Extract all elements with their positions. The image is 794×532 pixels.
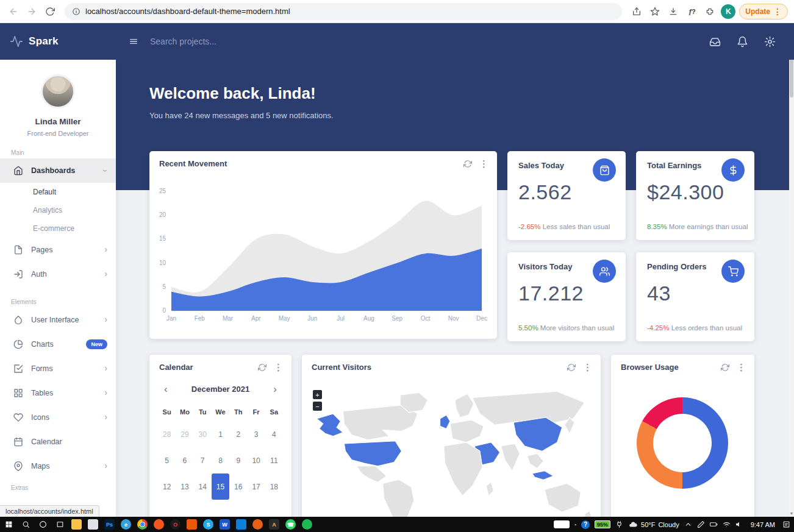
address-bar[interactable]: localhost/accounts/dashboard-default-the… xyxy=(65,3,622,20)
scroll-down-arrow[interactable]: ▼ xyxy=(789,511,794,517)
battery-icon[interactable] xyxy=(710,520,718,528)
map-zoom-out-button[interactable]: − xyxy=(313,402,322,411)
refresh-icon[interactable] xyxy=(567,363,576,372)
kebab-menu-icon[interactable]: ⋮ xyxy=(737,363,746,372)
page-scrollbar[interactable]: ▲ ▼ xyxy=(789,23,794,517)
taskbar-search-icon[interactable] xyxy=(17,517,34,532)
tray-chevron-icon[interactable] xyxy=(684,520,692,528)
office-app-icon[interactable] xyxy=(187,519,197,530)
reload-button[interactable] xyxy=(43,4,57,19)
calendar-day[interactable]: 5 xyxy=(158,447,176,473)
whatsapp-icon[interactable]: ☎ xyxy=(285,519,296,530)
inbox-icon[interactable] xyxy=(709,36,721,48)
wifi-icon[interactable] xyxy=(723,520,731,528)
browser-profile-avatar[interactable]: K xyxy=(721,4,735,19)
user-avatar[interactable] xyxy=(41,74,75,108)
browser-menu-icon[interactable]: ⋮ xyxy=(773,7,782,16)
edge-browser-icon[interactable]: e xyxy=(121,519,131,530)
kebab-menu-icon[interactable]: ⋮ xyxy=(479,160,488,168)
taskbar-clock[interactable]: 9:47 AM xyxy=(751,521,775,528)
info-icon[interactable] xyxy=(72,7,80,16)
brave-browser-icon[interactable] xyxy=(154,519,164,530)
chrome-browser-icon[interactable] xyxy=(137,519,148,530)
skype-icon[interactable]: S xyxy=(203,519,213,530)
sidebar-item-user-interface[interactable]: User Interface› xyxy=(0,308,116,332)
sidebar-item-auth[interactable]: Auth› xyxy=(0,262,116,286)
calendar-day[interactable]: 18 xyxy=(265,473,283,500)
share-icon[interactable] xyxy=(629,4,644,19)
start-button[interactable] xyxy=(0,517,17,532)
calendar-day[interactable]: 29 xyxy=(176,421,193,447)
opera-browser-icon[interactable]: O xyxy=(170,519,181,530)
firefox-browser-icon[interactable] xyxy=(252,519,263,530)
calendar-day[interactable]: 30 xyxy=(194,421,212,447)
sidebar-item-maps[interactable]: Maps› xyxy=(0,454,116,478)
plug-icon[interactable] xyxy=(615,520,623,528)
task-view-icon[interactable] xyxy=(51,517,68,532)
calendar-day-selected[interactable]: 15 xyxy=(212,473,229,500)
world-map[interactable] xyxy=(308,386,595,517)
volume-icon[interactable] xyxy=(735,520,743,528)
settings-gear-icon[interactable] xyxy=(764,36,776,48)
search-input[interactable] xyxy=(150,37,333,46)
calendar-day[interactable]: 17 xyxy=(247,473,265,500)
forward-button[interactable] xyxy=(24,4,39,19)
refresh-icon[interactable] xyxy=(463,160,472,168)
vscode-icon[interactable] xyxy=(236,519,246,530)
calendar-day[interactable]: 1 xyxy=(212,421,229,447)
extension-f-icon[interactable]: ƒ? xyxy=(684,4,699,19)
back-button[interactable] xyxy=(6,4,21,19)
calendar-day[interactable]: 2 xyxy=(229,421,247,447)
app-a-icon[interactable]: A xyxy=(269,519,279,530)
kebab-menu-icon[interactable]: ⋮ xyxy=(583,363,592,372)
sidebar-subitem-analytics[interactable]: Analytics xyxy=(0,201,116,219)
calendar-day[interactable]: 10 xyxy=(247,447,265,473)
refresh-icon[interactable] xyxy=(258,363,266,372)
sidebar-item-dashboards[interactable]: Dashboards› xyxy=(0,158,116,183)
sidebar-item-forms[interactable]: Forms› xyxy=(0,356,116,381)
app-green-icon[interactable] xyxy=(302,519,312,530)
sidebar-item-charts[interactable]: ChartsNew xyxy=(0,332,116,356)
extensions-puzzle-icon[interactable] xyxy=(703,4,717,19)
taskbar-widget-pill[interactable] xyxy=(554,520,570,528)
cortana-icon[interactable] xyxy=(34,517,51,532)
calendar-day[interactable]: 7 xyxy=(194,447,212,473)
map-zoom-in-button[interactable]: + xyxy=(313,390,322,399)
menu-toggle-icon[interactable] xyxy=(127,35,140,48)
calendar-day[interactable]: 14 xyxy=(194,473,212,500)
help-icon[interactable]: ? xyxy=(581,520,590,529)
action-center-icon[interactable] xyxy=(782,520,790,528)
download-icon[interactable] xyxy=(666,4,681,19)
calendar-day[interactable]: 4 xyxy=(265,421,283,447)
file-explorer-icon[interactable] xyxy=(71,519,82,530)
sidebar-item-calendar[interactable]: Calendar xyxy=(0,430,116,454)
sidebar-item-icons[interactable]: Icons› xyxy=(0,405,116,430)
sidebar-subitem-default[interactable]: Default xyxy=(0,183,116,201)
sidebar-item-pages[interactable]: Pages› xyxy=(0,238,116,262)
tray-hidden-icon[interactable]: ▪ xyxy=(574,522,576,528)
calendar-day[interactable]: 8 xyxy=(212,447,229,473)
refresh-icon[interactable] xyxy=(721,363,729,372)
kebab-menu-icon[interactable]: ⋮ xyxy=(274,363,283,372)
notifications-bell-icon[interactable] xyxy=(737,36,748,48)
calendar-day[interactable]: 3 xyxy=(247,421,265,447)
photoshop-icon[interactable]: Ps xyxy=(104,519,115,530)
sidebar-subitem-e-commerce[interactable]: E-commerce xyxy=(0,219,116,238)
calendar-day[interactable]: 6 xyxy=(176,447,193,473)
calendar-next-button[interactable]: › xyxy=(273,384,277,394)
calendar-day[interactable]: 12 xyxy=(158,473,176,500)
weather-widget[interactable]: 50°F Cloudy xyxy=(628,520,679,529)
word-icon[interactable]: W xyxy=(220,519,230,530)
sidebar-item-tables[interactable]: Tables› xyxy=(0,381,116,405)
calendar-day[interactable]: 16 xyxy=(229,473,247,500)
battery-widget[interactable]: 95% xyxy=(595,520,610,528)
brand[interactable]: Spark xyxy=(0,35,116,48)
pen-icon[interactable] xyxy=(697,520,705,528)
calendar-day[interactable]: 28 xyxy=(158,421,176,447)
update-button[interactable]: Update ⋮ xyxy=(739,4,788,20)
calendar-day[interactable]: 11 xyxy=(265,447,283,473)
bookmark-star-icon[interactable] xyxy=(648,4,662,19)
calendar-day[interactable]: 9 xyxy=(229,447,247,473)
calendar-day[interactable]: 13 xyxy=(176,473,193,500)
folder-icon[interactable] xyxy=(88,519,98,530)
